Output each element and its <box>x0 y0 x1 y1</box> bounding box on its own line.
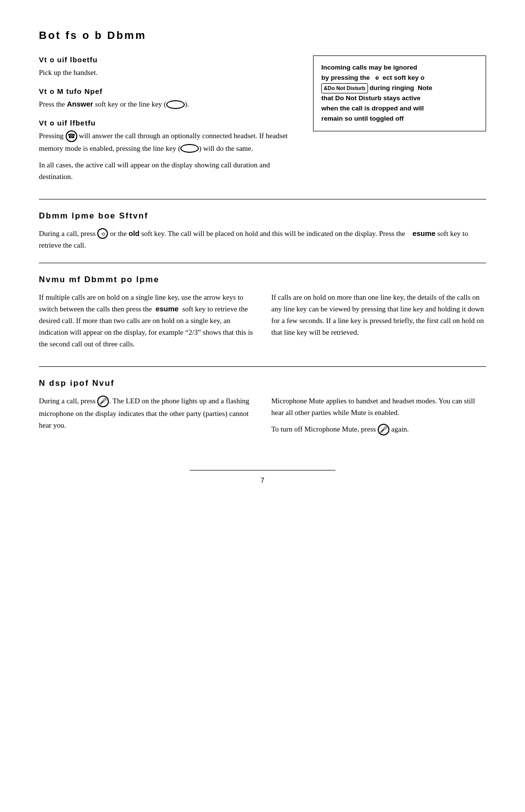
mute-turn-off-text: To turn off Microphone Mute, press <box>271 425 376 433</box>
note-line3: during ringing Note <box>369 84 432 91</box>
mute-right: Microphone Mute applies to handset and h… <box>271 395 486 441</box>
subheading-handset: Vt o uif lboetfu <box>39 55 298 64</box>
resume-bold-2: esume <box>156 305 179 313</box>
hold-text-post: soft key. The call will be placed on hol… <box>141 230 411 237</box>
divider-1 <box>39 199 486 199</box>
multiple-right: If calls are on hold on more than one li… <box>271 291 486 355</box>
multiple-two-col: If multiple calls are on hold on a singl… <box>39 291 486 355</box>
text-headset: Pressing ☎ will answer the call through … <box>39 130 298 154</box>
pressing-label: Pressing <box>39 132 66 140</box>
text-monitor-paren: ). <box>185 100 189 108</box>
hold-section-heading: Dbmm lpme boe Sftvnf <box>39 211 486 221</box>
multiple-right-text: If calls are on hold on more than one li… <box>271 291 486 338</box>
line-key-oval-2-icon <box>180 144 199 153</box>
page-number: 7 <box>261 476 264 484</box>
mute-two-col: During a call, press 🎤. The LED on the p… <box>39 395 486 441</box>
note-line1: Incoming calls may be ignored <box>321 64 417 71</box>
hold-bold: old <box>128 229 140 237</box>
divider-2 <box>39 263 486 263</box>
mute-right-text2: To turn off Microphone Mute, press 🎤 aga… <box>271 423 486 436</box>
answer-soft-key: Answer <box>67 100 93 108</box>
mute-mic-icon-2: 🎤 <box>378 424 389 435</box>
section-hold: Dbmm lpme boe Sftvnf During a call, pres… <box>39 211 486 252</box>
multiple-left: If multiple calls are on hold on a singl… <box>39 291 254 355</box>
mute-left: During a call, press 🎤. The LED on the p… <box>39 395 254 441</box>
note-line2: by pressing the e ect soft key o <box>321 74 424 81</box>
multiple-left-text: If multiple calls are on hold on a singl… <box>39 291 254 350</box>
section-multiple: Nvmu mf Dbmmt po lpme If multiple calls … <box>39 275 486 355</box>
resume-bold: esume <box>412 229 436 237</box>
hold-text-or: or the <box>110 230 128 237</box>
kbd-dnd-icon: &Do Not Disturb <box>321 83 368 93</box>
section-mute: N dsp ipof Nvuf During a call, press 🎤. … <box>39 379 486 441</box>
multiple-heading: Nvmu mf Dbmmt po lpme <box>39 275 486 285</box>
text-monitor: Press the Answer soft key or the line ke… <box>39 98 298 110</box>
page-footer: 7 <box>190 470 335 484</box>
mute-right-text1: Microphone Mute applies to handset and h… <box>271 395 486 418</box>
page-title: Bot fs o b Dbmm <box>39 29 486 42</box>
headset-icon: ☎ <box>66 130 77 142</box>
note-box: Incoming calls may be ignored by pressin… <box>313 55 486 131</box>
text-monitor-pre: Press the <box>39 100 67 108</box>
text-headset-end: ) will do the same. <box>199 144 253 152</box>
text-handset: Pick up the handset. <box>39 67 298 78</box>
subheading-headset: Vt o uif lfbetfu <box>39 119 298 127</box>
mute-heading: N dsp ipof Nvuf <box>39 379 486 388</box>
mute-mic-icon: 🎤 <box>97 396 109 407</box>
page-content: Bot fs o b Dbmm Vt o uif lboetfu Pick up… <box>39 29 486 484</box>
text-all-cases: In all cases, the active call will appea… <box>39 159 298 182</box>
section-top: Vt o uif lboetfu Pick up the handset. Vt… <box>39 55 486 187</box>
hold-text-pre: During a call, press <box>39 230 96 237</box>
note-box-container: Incoming calls may be ignored by pressin… <box>313 55 486 187</box>
hold-key-icon: ·o <box>97 228 108 239</box>
line-key-oval-icon <box>166 100 185 109</box>
mute-again: again. <box>391 425 409 433</box>
subheading-monitor: Vt o M tufo Npef <box>39 87 298 95</box>
note-line6: remain so until toggled off <box>321 115 404 122</box>
answering-section: Vt o uif lboetfu Pick up the handset. Vt… <box>39 55 298 187</box>
divider-3 <box>39 366 486 367</box>
hold-body-text: During a call, press ·o or the old soft … <box>39 228 486 252</box>
mute-left-text: During a call, press 🎤. The LED on the p… <box>39 395 254 431</box>
text-monitor-post: soft key or the line key ( <box>93 100 166 108</box>
note-line4: that Do Not Disturb stays active <box>321 94 420 102</box>
note-line5: when the call is dropped and will <box>321 105 424 112</box>
